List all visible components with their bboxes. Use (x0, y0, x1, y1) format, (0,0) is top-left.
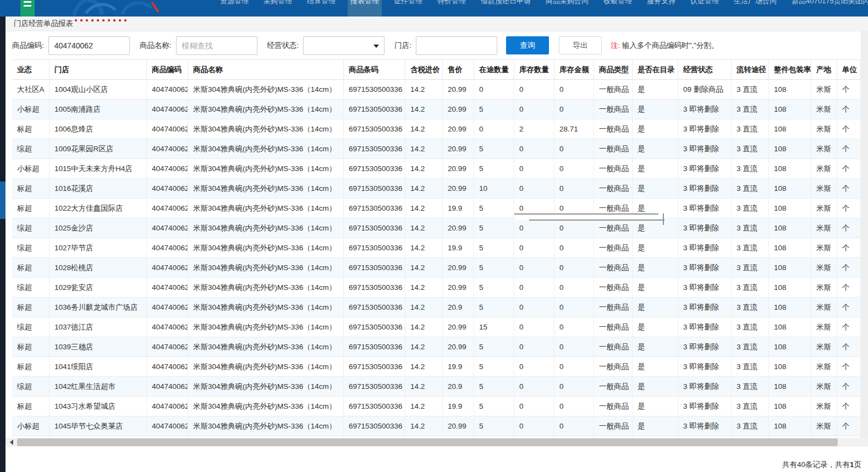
table-row[interactable]: 标超1036务川麒龙城市广场店404740062米斯304雅典碗(内亮外砂)MS… (12, 298, 861, 317)
column-header[interactable]: 业态 (12, 60, 50, 79)
table-cell: 米斯304雅典碗(内亮外砂)MS-336（14cm） (188, 218, 344, 238)
table-cell: 个 (837, 199, 861, 218)
table-row[interactable]: 标超1022大方佳鑫国际店404740062米斯304雅典碗(内亮外砂)MS-3… (12, 199, 861, 218)
column-header[interactable]: 售价 (443, 60, 474, 79)
menu-icon[interactable] (20, 0, 35, 17)
table-row[interactable]: 小标超1015中天未来方舟H4店404740062米斯304雅典碗(内亮外砂)M… (12, 159, 861, 179)
table-row[interactable]: 大社区A1004观山小区店404740062米斯304雅典碗(内亮外砂)MS-3… (12, 80, 861, 100)
table-row[interactable]: 小标超1045毕节七众奥莱店404740062米斯304雅典碗(内亮外砂)MS-… (12, 416, 861, 436)
table-row[interactable]: 标超1006息烽店404740062米斯304雅典碗(内亮外砂)MS-336（1… (12, 119, 861, 139)
nav-item[interactable]: 特价管理 (435, 0, 469, 17)
column-header[interactable]: 整件包装率 (769, 60, 811, 79)
table-cell: 6971530500336 (344, 397, 405, 416)
table-body: 大社区A1004观山小区店404740062米斯304雅典碗(内亮外砂)MS-3… (12, 80, 861, 438)
scroll-left-arrow-icon[interactable] (7, 438, 16, 447)
table-row[interactable]: 标超1039三穗店404740062米斯304雅典碗(内亮外砂)MS-336（1… (12, 337, 861, 357)
nav-item[interactable]: 借款预还日申请 (478, 0, 534, 17)
right-gutter (861, 31, 868, 438)
table-cell: 小标超 (12, 100, 50, 119)
table-cell: 米斯 (811, 357, 837, 376)
table-cell: 综超 (12, 218, 50, 238)
column-header[interactable]: 商品条码 (344, 60, 405, 79)
store-input[interactable] (416, 36, 497, 55)
table-cell: 14.2 (405, 258, 443, 277)
menu-icon-bar (24, 5, 31, 7)
nav-item-label: 生活广场合同 (734, 0, 777, 5)
table-cell: 米斯 (811, 317, 837, 337)
table-cell: 米斯 (811, 258, 837, 277)
table-cell: 6971530500336 (344, 119, 405, 139)
table-cell: 3 直流 (732, 258, 769, 277)
nav-item-label: 认证管理 (690, 0, 719, 5)
nav-item[interactable]: 资源管理 (217, 0, 251, 17)
table-row[interactable]: 综超1037德江店404740062米斯304雅典碗(内亮外砂)MS-336（1… (12, 317, 861, 337)
column-header[interactable]: 商品类型 (594, 60, 633, 79)
operating-status-select[interactable] (303, 36, 384, 55)
column-header[interactable]: 库存金额 (554, 60, 594, 79)
table-cell: 一般商品 (594, 337, 633, 356)
left-rail-active-indicator[interactable] (0, 182, 6, 219)
table-cell: 404740062 (147, 397, 188, 416)
table-cell: 0 (514, 298, 554, 317)
table-row[interactable]: 小标超1005南浦路店404740062米斯304雅典碗(内亮外砂)MS-336… (12, 100, 861, 119)
table-cell: 个 (837, 119, 861, 139)
column-header[interactable]: 商品编码 (147, 60, 188, 79)
table-cell: 404740062 (147, 199, 188, 218)
product-code-input[interactable] (48, 36, 130, 55)
table-cell: 3 即将删除 (678, 159, 732, 178)
table-row[interactable]: 标超1041绥阳店404740062米斯304雅典碗(内亮外砂)MS-336（1… (12, 357, 861, 377)
nav-item[interactable]: 报表管理 (348, 0, 382, 17)
table-cell: 6971530500336 (344, 100, 405, 119)
table-cell: 3 即将删除 (678, 298, 732, 317)
nav-item[interactable]: 认证管理 (688, 0, 722, 17)
table-cell: 20.99 (443, 179, 474, 198)
nav-item[interactable]: 新品4070175贵阳美团闪购 (789, 0, 868, 17)
column-header[interactable]: 经营状态 (678, 60, 732, 79)
render-glitch-line (663, 213, 664, 225)
table-row[interactable]: 综超1025金沙店404740062米斯304雅典碗(内亮外砂)MS-336（1… (12, 218, 861, 238)
table-cell: 是 (633, 218, 678, 238)
table-cell: 一般商品 (594, 119, 633, 139)
nav-item[interactable]: 生活广场合同 (731, 0, 779, 17)
table-row[interactable]: 综超1029瓮安店404740062米斯304雅典碗(内亮外砂)MS-336（1… (12, 278, 861, 298)
table-cell: 米斯304雅典碗(内亮外砂)MS-336（14cm） (188, 139, 344, 158)
column-header[interactable]: 单位 (837, 60, 861, 79)
render-glitch-line (514, 213, 658, 215)
column-header[interactable]: 流转途径 (732, 60, 769, 79)
table-row[interactable]: 综超1009花果园R区店404740062米斯304雅典碗(内亮外砂)MS-33… (12, 139, 861, 159)
nav-item[interactable]: 收银管理 (601, 0, 635, 17)
table-row[interactable]: 综超1042红果生活超市404740062米斯304雅典碗(内亮外砂)MS-33… (12, 377, 861, 397)
nav-items: 资源管理采购管理结算管理报表管理证件管理特价管理借款预还日申请商品采购合同收银管… (217, 0, 868, 17)
query-button[interactable]: 查询 (506, 36, 549, 54)
column-header[interactable]: 是否在目录 (633, 60, 678, 79)
column-header[interactable]: 库存数量 (514, 60, 554, 79)
column-header[interactable]: 含税进价 (405, 60, 443, 79)
table-row[interactable]: 标超1016花溪店404740062米斯304雅典碗(内亮外砂)MS-336（1… (12, 179, 861, 199)
table-cell: 14.2 (405, 159, 443, 178)
table-cell: 是 (633, 298, 678, 317)
table-row[interactable]: 标超1028松桃店404740062米斯304雅典碗(内亮外砂)MS-336（1… (12, 258, 861, 278)
horizontal-scrollbar[interactable] (6, 438, 868, 447)
table-row[interactable]: 综超1027毕节店404740062米斯304雅典碗(内亮外砂)MS-336（1… (12, 238, 861, 258)
export-button[interactable]: 导出 (559, 36, 602, 54)
table-cell: 404740062 (147, 278, 188, 297)
column-header[interactable]: 门店 (50, 60, 147, 79)
column-header[interactable]: 商品名称 (188, 60, 344, 79)
nav-item[interactable]: 服务支持 (644, 0, 678, 17)
table-cell: 0 (474, 80, 514, 99)
nav-item[interactable]: 商品采购合同 (543, 0, 591, 17)
column-header[interactable]: 产地 (811, 60, 837, 79)
nav-item[interactable]: 证件管理 (391, 0, 425, 17)
scrollbar-thumb[interactable] (17, 438, 838, 446)
nav-item[interactable]: 结算管理 (304, 0, 338, 17)
tab-report-title[interactable]: 门店经营单品报表 (14, 19, 73, 29)
table-cell: 20.99 (443, 317, 474, 337)
table-cell: 5 (474, 100, 514, 119)
product-name-input[interactable] (176, 36, 257, 55)
column-header[interactable]: 在途数量 (474, 60, 514, 79)
nav-item[interactable]: 采购管理 (261, 0, 295, 17)
table-cell: 5 (474, 199, 514, 218)
table-cell: 大社区A (12, 80, 50, 99)
table-row[interactable]: 标超1043习水希望城店404740062米斯304雅典碗(内亮外砂)MS-33… (12, 397, 861, 416)
nav-item-label: 特价管理 (437, 0, 466, 5)
